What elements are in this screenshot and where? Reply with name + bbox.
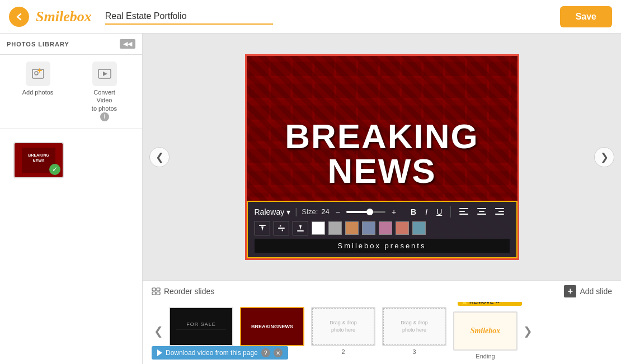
content-area: ❮ ❯ BRE [143, 34, 621, 364]
ending-label: Ending [476, 353, 495, 360]
selected-check-badge: ✓ [49, 164, 60, 175]
convert-video-action[interactable]: ConvertVideoto photos i [73, 62, 135, 121]
reorder-icon [152, 287, 161, 296]
strip-prev-button[interactable]: ❮ [152, 324, 166, 338]
svg-marker-20 [261, 226, 264, 231]
bold-button[interactable]: B [408, 206, 419, 218]
slide-thumb-3[interactable]: Drag & dropphoto here 3 [382, 307, 446, 355]
slide-thumb-2[interactable]: Drag & dropphoto here 2 [311, 307, 375, 355]
video-icon [97, 67, 112, 81]
drop-preview-2: Drag & dropphoto here [312, 308, 374, 345]
slide-canvas: BREAKING NEWS Raleway ▾ | Size: 24 − [245, 54, 519, 260]
svg-rect-16 [495, 208, 504, 209]
back-button[interactable] [9, 7, 29, 27]
color-swatch-mauve[interactable] [379, 221, 392, 235]
photo-library-content: BREAKING NEWS ✓ [0, 129, 142, 192]
header: Smilebox Save [0, 0, 621, 34]
svg-marker-22 [280, 225, 281, 227]
ending-preview: Smilebox [454, 313, 516, 349]
breaking-preview: BREAKING NEWS [241, 308, 303, 345]
save-button[interactable]: Save [560, 6, 612, 27]
align-left-button[interactable] [457, 206, 471, 218]
reorder-label-container: Reorder slides [152, 287, 214, 296]
drop-thumb-3-img: Drag & dropphoto here [382, 307, 446, 346]
photo-thumbnail[interactable]: BREAKING NEWS ✓ [13, 142, 64, 178]
sidebar: PHOTOS LIBRARY ◀◀ Add photos [0, 34, 143, 364]
play-icon [157, 349, 162, 356]
color-swatch-brown[interactable] [345, 221, 359, 235]
color-swatch-gray[interactable] [328, 221, 342, 235]
color-swatch-white[interactable] [312, 221, 325, 235]
italic-button[interactable]: I [422, 206, 430, 218]
svg-text:NEWS: NEWS [33, 159, 45, 163]
ending-thumb-container: ⭐ REMOVE ✕ Smilebox [453, 302, 518, 351]
svg-rect-17 [498, 211, 504, 212]
reorder-text: Reorder slides [164, 287, 214, 296]
add-photos-label: Add photos [22, 88, 54, 96]
breaking-thumb-img: BREAKING NEWS [240, 307, 304, 346]
prev-slide-button[interactable]: ❮ [149, 147, 170, 167]
drop-preview-3: Drag & dropphoto here [383, 308, 445, 345]
presents-bar: Smilebox presents [255, 239, 510, 253]
svg-rect-13 [477, 208, 486, 209]
font-selector[interactable]: Raleway ▾ [255, 207, 291, 216]
project-title-input[interactable] [105, 9, 273, 25]
convert-video-icon-container [92, 62, 117, 86]
underline-button[interactable]: U [434, 206, 445, 218]
align-right-button[interactable] [492, 206, 507, 218]
toolbar-row-format: Raleway ▾ | Size: 24 − + B I [255, 206, 510, 218]
drop-thumb-2-img: Drag & dropphoto here [311, 307, 375, 346]
help-icon[interactable]: ? [261, 348, 270, 357]
svg-point-1 [35, 72, 38, 75]
add-slide-icon: + [564, 285, 576, 297]
add-photos-icon-container [26, 62, 50, 86]
next-slide-button[interactable]: ❯ [594, 147, 614, 167]
color-swatch-blue-gray[interactable] [362, 221, 375, 235]
sidebar-actions: Add photos ConvertVideoto photos i [0, 55, 142, 129]
ending-thumb-img: Smilebox [453, 311, 518, 351]
toolbar-row-valign-color [255, 221, 510, 235]
add-photos-icon [31, 67, 45, 81]
sidebar-header: PHOTOS LIBRARY ◀◀ [0, 34, 142, 55]
align-center-button[interactable] [474, 206, 489, 218]
svg-rect-11 [459, 211, 465, 212]
sidebar-collapse-button[interactable]: ◀◀ [120, 39, 135, 49]
slide-2-label: 2 [341, 348, 345, 355]
slide-thumb-ending[interactable]: ⭐ REMOVE ✕ Smilebox Ending [453, 302, 518, 360]
size-decrease-button[interactable]: − [333, 206, 343, 218]
svg-rect-27 [157, 288, 160, 291]
main-layout: PHOTOS LIBRARY ◀◀ Add photos [0, 34, 621, 364]
convert-video-label: ConvertVideoto photos [92, 88, 117, 112]
svg-text:BREAKING: BREAKING [28, 153, 49, 157]
color-swatch-teal[interactable] [412, 221, 426, 235]
download-bar[interactable]: Download video from this page ? ✕ [152, 346, 288, 360]
valign-bottom-button[interactable] [293, 221, 308, 235]
strip-next-button[interactable]: ❯ [521, 324, 535, 338]
svg-rect-19 [259, 225, 266, 226]
size-increase-button[interactable]: + [389, 206, 399, 218]
remove-badge[interactable]: ⭐ REMOVE ✕ [458, 302, 522, 306]
add-photos-action[interactable]: Add photos [7, 62, 69, 121]
valign-top-button[interactable] [255, 221, 270, 235]
color-swatch-salmon[interactable] [396, 221, 409, 235]
svg-rect-18 [495, 214, 504, 215]
close-download-icon[interactable]: ✕ [274, 348, 283, 357]
svg-marker-23 [281, 229, 283, 231]
text-toolbar: Raleway ▾ | Size: 24 − + B I [247, 201, 518, 258]
svg-marker-25 [299, 225, 302, 230]
sidebar-title: PHOTOS LIBRARY [7, 41, 69, 48]
reorder-row: Reorder slides + Add slide [152, 285, 612, 297]
size-slider[interactable] [346, 211, 385, 213]
convert-info-icon[interactable]: i [100, 112, 109, 121]
breaking-news-text[interactable]: BREAKING NEWS [285, 119, 479, 188]
size-label: Size: [302, 207, 318, 216]
svg-rect-28 [152, 292, 156, 295]
valign-middle-button[interactable] [274, 221, 289, 235]
svg-rect-12 [459, 214, 468, 215]
svg-rect-24 [297, 230, 304, 231]
svg-rect-29 [157, 292, 160, 295]
download-label: Download video from this page [166, 349, 258, 357]
for-sale-preview: FOR SALE [170, 308, 232, 345]
cover-thumb-img: FOR SALE [169, 307, 233, 346]
add-slide-button[interactable]: + Add slide [564, 285, 612, 297]
